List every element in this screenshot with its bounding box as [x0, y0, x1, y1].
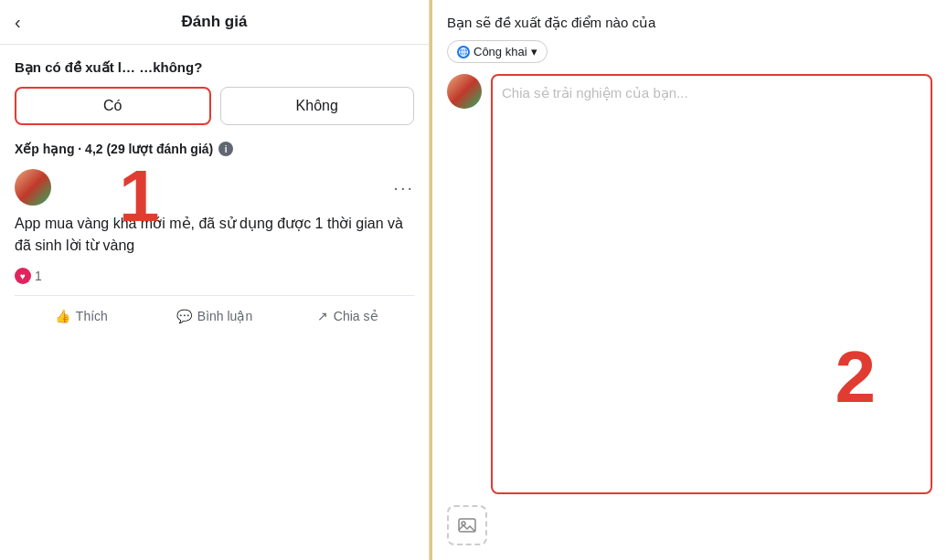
left-panel: ‹ Đánh giá Bạn có đề xuất l… …không? Có …	[0, 0, 430, 560]
like-label: Thích	[76, 309, 108, 323]
share-label: Chia sẻ	[334, 309, 378, 323]
chevron-down-icon: ▾	[531, 45, 537, 58]
public-label: Công khai	[474, 45, 527, 58]
globe-icon	[457, 46, 470, 58]
share-icon: ↗	[317, 309, 328, 323]
compose-row: Chia sẻ trải nghiệm của bạn... 2	[447, 74, 932, 494]
public-audience-button[interactable]: Công khai ▾	[447, 40, 548, 63]
comment-icon: 💬	[176, 309, 192, 323]
review-card: ··· App mua vàng khá mới mẻ, đã sử dụng …	[15, 169, 414, 284]
public-pill-wrapper: Công khai ▾	[447, 40, 932, 74]
right-header-text: Bạn sẽ đề xuất đặc điểm nào của	[447, 15, 932, 31]
reaction-count: 1	[35, 269, 42, 283]
info-icon[interactable]: i	[218, 142, 233, 156]
question-text: Bạn có đề xuất l… …không?	[15, 59, 414, 76]
header-title: Đánh giá	[182, 13, 248, 31]
step-number-2: 2	[835, 335, 877, 419]
image-icon	[457, 515, 477, 535]
header: ‹ Đánh giá	[0, 0, 429, 45]
comment-button[interactable]: 💬 Bình luận	[148, 303, 282, 329]
review-text: App mua vàng khá mới mẻ, đã sử dụng được…	[15, 213, 414, 257]
action-bar: 👍 Thích 💬 Bình luận ↗ Chia sẻ	[15, 295, 414, 336]
placeholder-text: Chia sẻ trải nghiệm của bạn...	[502, 85, 688, 100]
bottom-toolbar	[447, 494, 932, 545]
yes-button[interactable]: Có	[15, 87, 211, 125]
image-upload-button[interactable]	[447, 505, 487, 545]
no-button[interactable]: Không	[220, 87, 415, 125]
back-button[interactable]: ‹	[15, 12, 21, 33]
rating-text: Xếp hạng · 4,2 (29 lượt đánh giá)	[15, 142, 213, 156]
review-text-input[interactable]: Chia sẻ trải nghiệm của bạn... 2	[491, 74, 932, 494]
heart-icon: ♥	[15, 268, 31, 284]
right-panel: Bạn sẽ đề xuất đặc điểm nào của Công kha…	[432, 0, 947, 560]
like-button[interactable]: 👍 Thích	[15, 303, 148, 329]
like-icon: 👍	[55, 309, 70, 323]
more-options-button[interactable]: ···	[393, 177, 414, 198]
review-top: ···	[15, 169, 414, 206]
reviewer-avatar	[15, 169, 51, 206]
content-area: Bạn có đề xuất l… …không? Có Không 1 Xếp…	[0, 45, 429, 560]
share-button[interactable]: ↗ Chia sẻ	[281, 303, 414, 329]
comment-label: Bình luận	[197, 309, 252, 323]
yes-no-row: Có Không	[15, 87, 414, 125]
reaction-row: ♥ 1	[15, 268, 414, 284]
rating-row: Xếp hạng · 4,2 (29 lượt đánh giá) i	[15, 142, 414, 156]
user-avatar	[447, 74, 482, 109]
